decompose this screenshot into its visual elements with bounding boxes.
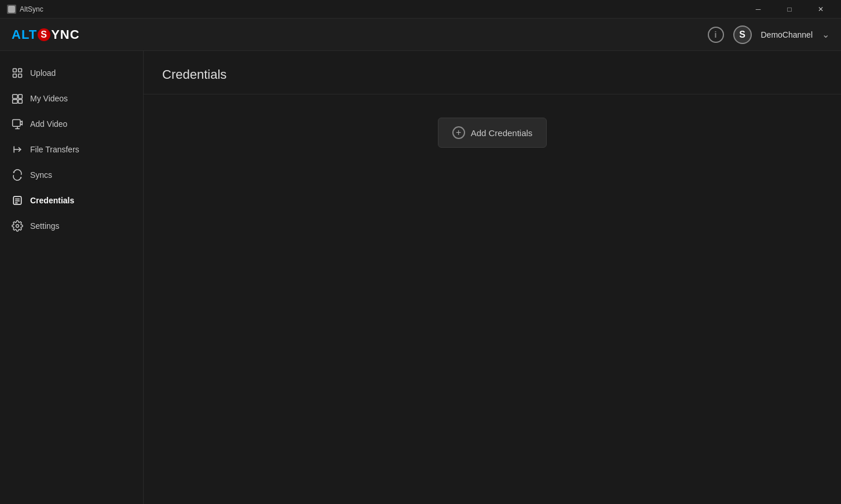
- app-logo: ALT S YNC: [12, 27, 80, 42]
- svg-rect-1: [13, 69, 17, 72]
- info-button[interactable]: i: [708, 27, 724, 43]
- sidebar-item-my-videos-label: My Videos: [30, 94, 68, 103]
- sidebar-item-upload-label: Upload: [30, 68, 56, 78]
- titlebar-controls: ─ □ ✕: [745, 0, 834, 19]
- svg-rect-3: [13, 74, 17, 78]
- sidebar-item-file-transfers[interactable]: File Transfers: [0, 137, 143, 162]
- titlebar-app-icon: [7, 5, 16, 14]
- main-content: Credentials + Add Credentials: [144, 51, 841, 504]
- logo-s: S: [38, 28, 50, 41]
- syncs-icon: [12, 169, 23, 181]
- user-avatar: S: [733, 25, 752, 44]
- sidebar-item-credentials[interactable]: Credentials: [0, 188, 143, 213]
- sidebar-item-settings-label: Settings: [30, 221, 60, 231]
- svg-rect-8: [19, 100, 23, 104]
- add-credentials-button[interactable]: + Add Credentials: [438, 118, 547, 148]
- svg-rect-7: [19, 94, 23, 98]
- videos-icon: [12, 93, 23, 104]
- sidebar-item-settings[interactable]: Settings: [0, 213, 143, 239]
- credentials-icon: [12, 195, 23, 206]
- sidebar-item-add-video-label: Add Video: [30, 119, 67, 129]
- logo-ync: YNC: [51, 27, 79, 42]
- navbar-right: i S DemoChannel ⌄: [708, 25, 830, 44]
- content-header: Credentials: [144, 51, 841, 94]
- svg-rect-0: [8, 6, 15, 13]
- user-name: DemoChannel: [761, 30, 813, 39]
- settings-icon: [12, 220, 23, 232]
- logo-alt: ALT: [12, 27, 37, 42]
- sidebar: Upload My Videos: [0, 51, 144, 504]
- sidebar-item-syncs[interactable]: Syncs: [0, 162, 143, 188]
- add-credentials-label: Add Credentials: [471, 128, 533, 138]
- content-body: + Add Credentials: [144, 94, 841, 171]
- page-title: Credentials: [162, 67, 822, 82]
- close-button[interactable]: ✕: [807, 0, 834, 19]
- minimize-button[interactable]: ─: [745, 0, 771, 19]
- svg-rect-9: [13, 120, 20, 127]
- svg-rect-6: [13, 100, 17, 104]
- titlebar: AltSync ─ □ ✕: [0, 0, 841, 19]
- svg-point-18: [16, 225, 19, 228]
- sidebar-item-upload[interactable]: Upload: [0, 60, 143, 86]
- upload-icon: [12, 67, 23, 79]
- svg-rect-4: [19, 74, 22, 78]
- chevron-down-icon[interactable]: ⌄: [822, 29, 829, 40]
- navbar: ALT S YNC i S DemoChannel ⌄: [0, 19, 841, 51]
- sidebar-item-file-transfers-label: File Transfers: [30, 145, 79, 154]
- add-video-icon: [12, 118, 23, 130]
- sidebar-item-add-video[interactable]: Add Video: [0, 111, 143, 137]
- plus-icon: +: [452, 126, 465, 139]
- svg-rect-5: [13, 94, 17, 98]
- sidebar-item-my-videos[interactable]: My Videos: [0, 86, 143, 111]
- maximize-button[interactable]: □: [776, 0, 803, 19]
- svg-rect-2: [19, 69, 22, 72]
- sidebar-item-syncs-label: Syncs: [30, 170, 52, 180]
- file-transfers-icon: [12, 144, 23, 155]
- titlebar-title: AltSync: [20, 5, 745, 13]
- sidebar-item-credentials-label: Credentials: [30, 196, 74, 205]
- main-layout: Upload My Videos: [0, 51, 841, 504]
